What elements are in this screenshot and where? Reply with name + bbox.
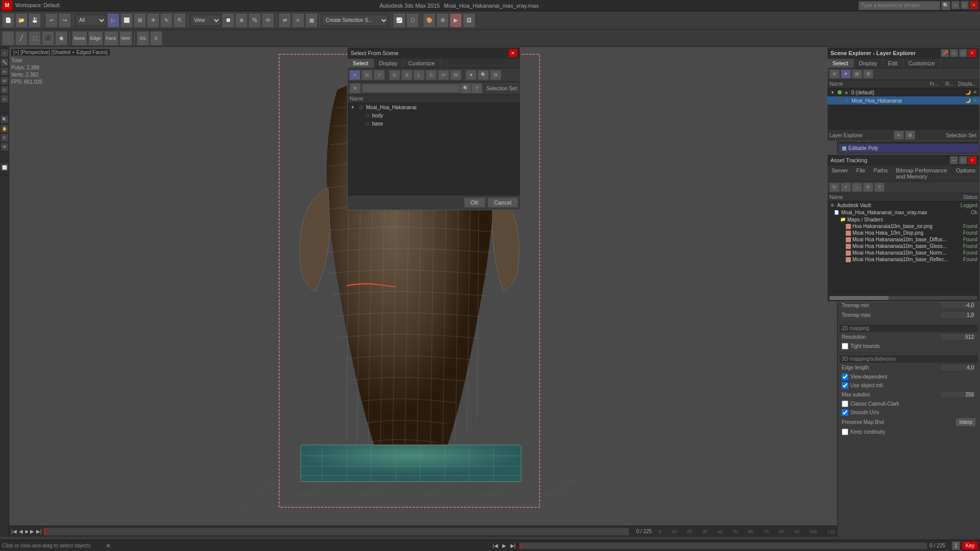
asset-tracking-tree[interactable]: ⊕ Autodesk Vault Logged 📄 Moai_Hoa_Hakan…	[827, 202, 979, 293]
curve-editor-btn[interactable]: 📈	[393, 13, 405, 28]
at-refresh-btn[interactable]: ↻	[829, 183, 840, 192]
new-btn[interactable]: 📄	[2, 13, 14, 28]
sfs-shape-btn[interactable]: S	[401, 70, 412, 80]
tight-bounds-check[interactable]	[842, 343, 848, 349]
scale-btn[interactable]: ⇱	[174, 13, 186, 28]
se-filter-btn[interactable]: ▼	[841, 69, 851, 79]
render-setup-btn[interactable]: ⚙	[436, 13, 449, 28]
app-logo[interactable]: M	[2, 1, 12, 11]
se-options-btn[interactable]: ⚙	[863, 69, 873, 79]
smooth-uvs-check[interactable]	[842, 409, 848, 416]
save-btn[interactable]: 💾	[29, 13, 41, 28]
se-pin-btn[interactable]: 📌	[941, 49, 949, 57]
sfs-search-input[interactable]	[362, 84, 460, 93]
window-crossing-btn[interactable]: ⊞	[134, 13, 146, 28]
viewport-dropdown[interactable]: View	[190, 15, 221, 26]
sfs-tab-display[interactable]: Display	[374, 59, 403, 68]
subobj-vertex-btn[interactable]: ·	[2, 31, 14, 45]
scene-explorer-title[interactable]: Scene Explorer - Layer Explorer 📌 ─ □ ✕	[827, 47, 979, 59]
sfs-row-body[interactable]: · ⬡ body	[348, 111, 520, 119]
dialog-title-bar[interactable]: Select From Scene ✕	[348, 47, 520, 59]
se-bottom-btn1[interactable]: ≡	[894, 131, 904, 140]
timeline-bar[interactable]	[519, 542, 927, 549]
mirror-btn[interactable]: ⇌	[279, 13, 291, 28]
snap-percent-btn[interactable]: %	[249, 13, 261, 28]
at-row-map1[interactable]: Hoa Hakananaia10m_base_ior.png Found	[827, 223, 979, 230]
at-add-btn[interactable]: +	[841, 183, 851, 192]
sfs-cancel-btn[interactable]: Cancel	[487, 197, 518, 208]
sfs-row-base[interactable]: · ⬡ base	[348, 119, 520, 128]
at-row-map3[interactable]: Moai Hoa Hakananaia10m_base_Diffus... Fo…	[827, 236, 979, 243]
render-btn[interactable]: ▶	[450, 13, 462, 28]
sfs-light-btn[interactable]: L	[413, 70, 425, 80]
hierarchy-tool[interactable]: H	[1, 67, 9, 76]
at-row-vault[interactable]: ⊕ Autodesk Vault Logged	[827, 202, 979, 209]
constraints-none-btn[interactable]: None	[72, 31, 87, 45]
use-stack-btn[interactable]: S	[150, 31, 162, 45]
sfs-search-btn[interactable]: 🔍	[460, 83, 471, 93]
texmap-min-input[interactable]	[940, 302, 976, 309]
max-subdivs-input[interactable]	[940, 391, 976, 398]
scene-explorer-tree[interactable]: ▼ ◈ 0 (default) 🌙 👁 ⬡ Moai_Hoa_Hakananai…	[827, 88, 979, 129]
keep-continuity-check[interactable]	[842, 429, 848, 435]
classic-catmull-check[interactable]	[842, 400, 848, 407]
rotate-btn[interactable]: ↻	[160, 13, 173, 28]
sfs-all-btn[interactable]: A	[349, 70, 360, 80]
at-row-map2[interactable]: Moai Hoa Haka_10m_Disp.png Found	[827, 230, 979, 236]
frame-step-btn[interactable]: 1	[952, 541, 960, 550]
interp-btn[interactable]: Interp	[955, 418, 976, 427]
sfs-invert-btn[interactable]: I	[374, 70, 385, 80]
search-bar[interactable]: Type a keyword or phrase	[859, 1, 940, 10]
undo-btn[interactable]: ↩	[45, 13, 58, 28]
next-frame-btn[interactable]: ▶|	[36, 529, 42, 534]
zoom-tool[interactable]: 🔍	[1, 115, 9, 123]
subobj-poly-btn[interactable]: ⬛	[42, 31, 54, 45]
snap-btn[interactable]: 🔲	[222, 13, 234, 28]
se-delete-btn[interactable]: ✕	[829, 69, 840, 79]
stop-btn[interactable]: ■	[25, 529, 28, 534]
sfs-helper-btn[interactable]: H	[438, 70, 449, 80]
at-remove-btn[interactable]: -	[852, 183, 862, 192]
utility-tool[interactable]: U	[1, 95, 9, 103]
at-menu-paths[interactable]: Paths	[869, 166, 892, 181]
sfs-options-btn[interactable]: ⚙	[490, 70, 501, 80]
texmap-max-input[interactable]	[940, 311, 976, 319]
sfs-tab-customize[interactable]: Customize	[403, 59, 440, 68]
subobj-edge-btn[interactable]: ╱	[15, 31, 28, 45]
at-row-maps[interactable]: 📁 Maps / Shaders	[827, 216, 979, 223]
redo-btn[interactable]: ↪	[59, 13, 71, 28]
at-close-btn[interactable]: ✕	[968, 156, 976, 164]
modify-tool[interactable]: 🔧	[1, 58, 9, 66]
snap-angle-btn[interactable]: ⊕	[235, 13, 248, 28]
key-btn[interactable]: Key	[962, 541, 978, 550]
search-icon[interactable]: 🔍	[941, 1, 950, 10]
prev-frame-btn-bottom[interactable]: |◀	[491, 543, 500, 548]
se-max-btn[interactable]: □	[959, 49, 967, 57]
sfs-info-btn[interactable]: ?	[471, 83, 482, 93]
material-editor-btn[interactable]: 🎨	[423, 13, 435, 28]
timeline[interactable]	[43, 528, 629, 536]
at-menu-options[interactable]: Options	[952, 166, 979, 181]
open-btn[interactable]: 📂	[15, 13, 28, 28]
constraints-edge-btn[interactable]: Edge	[88, 31, 103, 45]
sfs-object-tree[interactable]: ▼ ⬡ Moai_Hoa_Hakananai · ⬡ body · ⬡ base	[348, 103, 520, 195]
view-dep-check[interactable]	[842, 373, 848, 380]
sfs-spacewarp-btn[interactable]: W	[450, 70, 461, 80]
sfs-none-btn[interactable]: N	[361, 70, 373, 80]
play-btn[interactable]: |◀	[11, 529, 17, 534]
sfs-ok-btn[interactable]: OK	[464, 197, 485, 208]
sfs-camera-btn[interactable]: C	[426, 70, 437, 80]
constraints-face-btn[interactable]: Face	[104, 31, 118, 45]
at-menu-server[interactable]: Server	[827, 166, 852, 181]
at-menu-file[interactable]: File	[852, 166, 869, 181]
orbit-tool[interactable]: ↻	[1, 134, 9, 142]
se-tab-customize[interactable]: Customize	[903, 59, 941, 68]
at-row-map5[interactable]: Moai Hoa Hakananaia10m_base_Norm... Foun…	[827, 249, 979, 256]
play-btn-bottom[interactable]: ▶	[501, 543, 508, 548]
at-row-map6[interactable]: Moai Hoa Hakananaia10m_base_Reflec... Fo…	[827, 256, 979, 263]
motion-tool[interactable]: M	[1, 77, 9, 85]
next-frame-btn-bottom[interactable]: ▶|	[509, 543, 518, 548]
subobj-element-btn[interactable]: ◉	[55, 31, 67, 45]
se-expand-btn[interactable]: ⊞	[852, 69, 862, 79]
fov-tool[interactable]: 👁	[1, 143, 9, 151]
